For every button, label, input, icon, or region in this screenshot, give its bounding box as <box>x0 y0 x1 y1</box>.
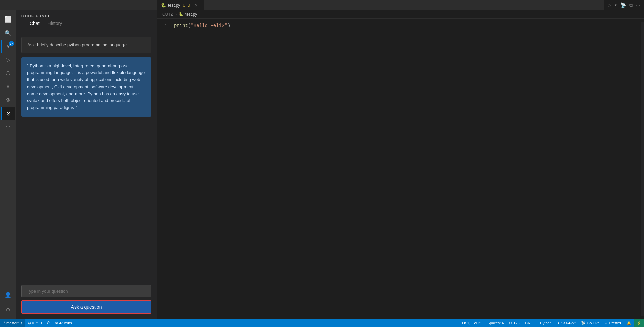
tab-file-icon: 🐍 <box>161 3 166 8</box>
minimap <box>614 22 641 316</box>
code-content-1: print <box>174 23 188 29</box>
question-input[interactable] <box>21 285 151 297</box>
branch-name: master* <box>6 321 19 325</box>
ask-button[interactable]: Ask a question <box>21 300 151 314</box>
activity-item-test[interactable]: ⚗ <box>1 93 15 107</box>
code-paren-close: ) <box>228 23 230 29</box>
code-paren-open: ( <box>188 23 191 29</box>
line-number-1: 1 <box>157 23 174 29</box>
status-prettier[interactable]: ✓ Prettier <box>602 321 624 325</box>
status-encoding[interactable]: UTF-8 <box>506 321 522 325</box>
broadcast-icon[interactable]: 📡 <box>620 2 626 8</box>
tab-history[interactable]: History <box>48 21 62 28</box>
sidebar-title: CODE FUNDI <box>16 10 157 21</box>
status-notification[interactable]: 🔔 <box>624 321 634 325</box>
ask-text: briefly describe python programming lang… <box>37 42 127 47</box>
prettier-icon: ✓ <box>605 321 608 325</box>
status-bar: ⑂ master* ↕ ⊗ 0 ⚠ 0 ⏱ 1 hr 43 mins Ln 1,… <box>0 319 644 327</box>
breadcrumb-folder: CUTZ <box>162 12 173 17</box>
chat-area: Ask: briefly describe python programming… <box>16 31 157 280</box>
git-branch-icon: ⑂ <box>3 321 5 325</box>
activity-item-source-control[interactable]: ⑂ 27 <box>1 40 15 53</box>
bell-icon: 🔔 <box>627 321 631 325</box>
status-golive[interactable]: 📡 Go Live <box>578 321 602 325</box>
warnings-label: ⚠ 0 <box>35 321 42 325</box>
more-dots-icon: ··· <box>6 124 10 130</box>
status-language[interactable]: Python <box>537 321 554 325</box>
activity-item-explorer[interactable]: ⬜ <box>1 13 15 26</box>
status-spaces[interactable]: Spaces: 4 <box>485 321 506 325</box>
cursor <box>231 23 231 28</box>
response-bubble: " Python is a high-level, interpreted, g… <box>21 57 151 117</box>
sidebar-panel: CODE FUNDI Chat History Ask: briefly des… <box>16 10 157 319</box>
tab-filename: test.py <box>168 3 180 8</box>
status-line-ending[interactable]: CRLF <box>523 321 538 325</box>
editor-content[interactable]: 1 print("Hello Felix") <box>157 19 644 319</box>
input-area: Ask a question <box>16 280 157 319</box>
search-icon: 🔍 <box>5 30 11 36</box>
run-dropdown-icon[interactable]: ▾ <box>615 3 617 7</box>
activity-item-more[interactable]: ··· <box>1 120 15 133</box>
explorer-icon: ⬜ <box>4 16 12 23</box>
tab-chat[interactable]: Chat <box>30 21 40 28</box>
status-errors[interactable]: ⊗ 0 ⚠ 0 <box>25 319 44 327</box>
ask-label: Ask: <box>27 42 37 47</box>
status-branch[interactable]: ⑂ master* ↕ <box>0 319 25 327</box>
breadcrumb-file: test.py <box>185 12 197 17</box>
activity-item-remote[interactable]: 🖥 <box>1 80 15 93</box>
activity-bar: ⬜ 🔍 ⑂ 27 ▷ ⬡ 🖥 ⚗ ⊙ <box>0 10 16 319</box>
status-time[interactable]: ⏱ 1 hr 43 mins <box>44 319 75 327</box>
activity-item-codefundi[interactable]: ⊙ <box>1 107 15 120</box>
golive-icon: 📡 <box>581 321 586 325</box>
breadcrumb-file-icon: 🐍 <box>179 12 183 16</box>
tab-close-icon[interactable]: × <box>195 3 197 8</box>
remote-icon: 🖥 <box>6 84 10 89</box>
response-text: " Python is a high-level, interpreted, g… <box>27 63 145 110</box>
flask-icon: ⚗ <box>6 97 10 103</box>
status-remote[interactable]: ⚡ <box>634 319 644 327</box>
split-editor-icon[interactable]: ⧉ <box>629 2 633 8</box>
codefundi-icon: ⊙ <box>6 110 11 117</box>
code-string: "Hello Felix" <box>191 23 227 29</box>
status-version[interactable]: 3.7.3 64-bit <box>554 321 578 325</box>
account-icon: 👤 <box>5 292 11 298</box>
sync-icon: ↕ <box>20 321 22 325</box>
activity-item-run[interactable]: ▷ <box>1 53 15 66</box>
code-line-1: 1 print("Hello Felix") <box>157 22 614 30</box>
breadcrumb-bar: CUTZ › 🐍 test.py <box>157 10 644 19</box>
activity-item-extensions[interactable]: ⬡ <box>1 66 15 80</box>
more-actions-icon[interactable]: ··· <box>636 2 640 8</box>
activity-item-settings[interactable]: ⚙ <box>1 303 15 316</box>
extensions-icon: ⬡ <box>6 70 10 76</box>
activity-item-account[interactable]: 👤 <box>1 288 15 302</box>
run-debug-icon: ▷ <box>6 57 10 63</box>
file-tab[interactable]: 🐍 test.py U, U × <box>157 0 204 10</box>
remote-status-icon: ⚡ <box>637 321 641 325</box>
breadcrumb-sep: › <box>175 12 177 17</box>
settings-icon: ⚙ <box>6 307 10 313</box>
activity-item-search[interactable]: 🔍 <box>1 26 15 40</box>
sidebar-tabs: Chat History <box>16 21 157 31</box>
ask-bubble: Ask: briefly describe python programming… <box>21 37 151 53</box>
editor-area: CUTZ › 🐍 test.py 1 print("Hello Felix") <box>157 10 644 319</box>
source-control-badge: 27 <box>9 41 14 46</box>
run-icon[interactable]: ▷ <box>608 2 611 8</box>
status-position[interactable]: Ln 1, Col 21 <box>459 321 485 325</box>
time-label: ⏱ 1 hr 43 mins <box>47 321 72 325</box>
errors-label: ⊗ 0 <box>28 321 34 325</box>
tab-unsaved: U, U <box>183 3 190 7</box>
vertical-scrollbar[interactable] <box>641 22 644 316</box>
